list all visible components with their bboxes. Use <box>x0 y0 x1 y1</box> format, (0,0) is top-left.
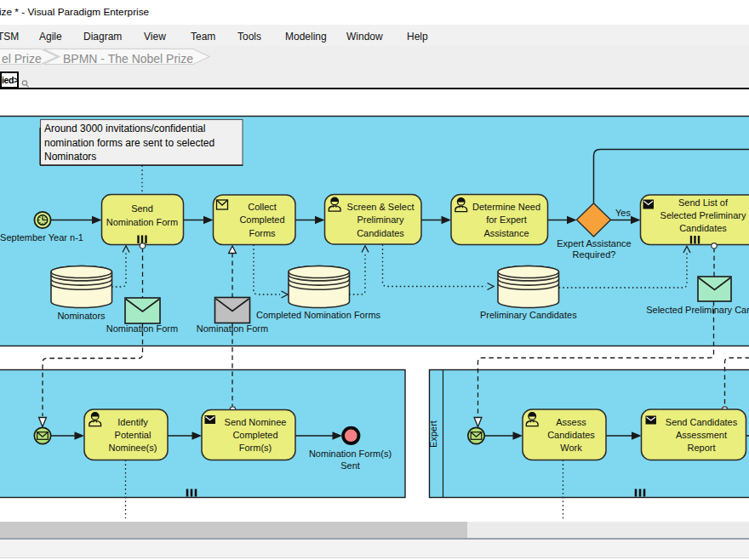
svg-text:Identify: Identify <box>117 417 148 427</box>
svg-text:Work: Work <box>560 443 582 453</box>
svg-text:Around 3000 invitations/confid: Around 3000 invitations/confidential <box>44 123 205 134</box>
svg-text:Completed: Completed <box>239 214 284 225</box>
svg-text:Preliminary: Preliminary <box>357 214 404 225</box>
svg-text:Send: Send <box>131 203 153 214</box>
svg-text:Nomination Form(s): Nomination Form(s) <box>309 449 392 459</box>
svg-text:September Year n-1: September Year n-1 <box>0 232 83 243</box>
svg-text:Candidates: Candidates <box>547 430 595 440</box>
svg-text:nomination forms are sent to s: nomination forms are sent to selected <box>44 137 214 149</box>
svg-text:Send List of: Send List of <box>678 197 729 208</box>
svg-text:Preliminary Candidates: Preliminary Candidates <box>480 310 577 320</box>
svg-text:Nominators: Nominators <box>44 151 96 163</box>
svg-text:Nominators: Nominators <box>57 311 106 321</box>
svg-text:Determine Need: Determine Need <box>472 202 540 212</box>
svg-text:Selected Preliminary: Selected Preliminary <box>660 210 746 220</box>
svg-text:Candidates: Candidates <box>357 228 404 238</box>
svg-text:Completed: Completed <box>232 430 277 440</box>
svg-text:Assessment: Assessment <box>676 430 727 440</box>
svg-text:Expert Assistance: Expert Assistance <box>557 238 631 249</box>
svg-text:Nominee(s): Nominee(s) <box>109 443 157 453</box>
svg-text:Candidates: Candidates <box>679 223 727 233</box>
svg-text:Sent: Sent <box>340 460 360 471</box>
svg-text:Send Candidates: Send Candidates <box>666 417 738 427</box>
svg-text:BPMN - The Nobel Prize: BPMN - The Nobel Prize <box>63 52 193 66</box>
svg-text:Report: Report <box>687 443 715 453</box>
svg-text:Assistance: Assistance <box>483 228 529 238</box>
svg-text:for Expert: for Expert <box>486 214 527 225</box>
svg-text:Nomination Form: Nomination Form <box>106 217 178 227</box>
svg-text:Collect: Collect <box>248 202 277 212</box>
svg-text:Assess: Assess <box>556 417 586 427</box>
svg-text:Forms: Forms <box>249 228 276 238</box>
svg-text:Potential: Potential <box>115 430 152 440</box>
svg-text:Selected Preliminary Candidate: Selected Preliminary Candidates <box>646 305 749 315</box>
svg-text:el Prize: el Prize <box>2 52 42 66</box>
svg-text:Required?: Required? <box>573 249 616 260</box>
svg-text:Yes: Yes <box>615 208 631 218</box>
svg-text:Completed Nomination Forms: Completed Nomination Forms <box>256 310 381 320</box>
svg-text:Form(s): Form(s) <box>239 443 272 453</box>
svg-text:Screen & Select: Screen & Select <box>347 202 415 212</box>
svg-text:Send Nominee: Send Nominee <box>225 417 287 427</box>
svg-text:Expert: Expert <box>428 420 438 448</box>
